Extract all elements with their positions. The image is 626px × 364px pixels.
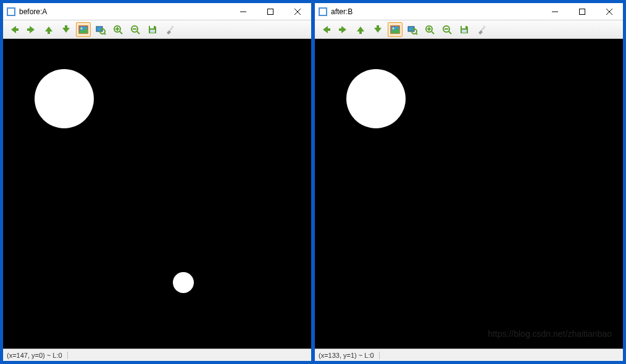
window-b: after:B https://blog.csdn.net/zhaitianba… xyxy=(314,2,624,362)
toolbar-a xyxy=(3,20,311,39)
svg-line-32 xyxy=(432,31,434,34)
arrow-right-icon[interactable] xyxy=(24,22,39,37)
svg-line-28 xyxy=(416,33,417,35)
status-coords: (x=147, y=0) ~ L:0 xyxy=(7,352,68,359)
svg-rect-2 xyxy=(268,9,273,14)
window-title: after:B xyxy=(331,7,541,16)
blob-large xyxy=(35,69,94,128)
arrow-up-icon[interactable] xyxy=(41,22,56,37)
svg-rect-21 xyxy=(580,9,585,14)
flashlight-icon[interactable] xyxy=(162,22,177,37)
zoom-in-icon[interactable] xyxy=(111,22,125,37)
arrow-up-icon[interactable] xyxy=(353,22,368,37)
svg-rect-37 xyxy=(462,30,467,33)
window-a: before:A (x=147, y=0) ~ L:0 xyxy=(2,2,312,362)
statusbar-a: (x=147, y=0) ~ L:0 xyxy=(3,349,311,361)
status-coords: (x=133, y=1) ~ L:0 xyxy=(319,352,380,359)
zoom-fit-icon[interactable] xyxy=(405,22,420,37)
arrow-right-icon[interactable] xyxy=(336,22,351,37)
blob-large xyxy=(346,69,406,128)
maximize-button[interactable] xyxy=(569,3,596,20)
arrow-left-icon[interactable] xyxy=(319,22,333,37)
image-icon[interactable] xyxy=(388,22,403,37)
titlebar-a[interactable]: before:A xyxy=(3,3,311,20)
zoom-fit-icon[interactable] xyxy=(93,22,108,37)
blob-small xyxy=(173,272,194,293)
close-button[interactable] xyxy=(284,3,311,20)
image-icon[interactable] xyxy=(76,22,91,37)
zoom-in-icon[interactable] xyxy=(422,22,437,37)
svg-point-6 xyxy=(81,27,83,29)
window-title: before:A xyxy=(19,7,230,16)
svg-rect-17 xyxy=(150,26,154,28)
svg-line-13 xyxy=(120,31,122,34)
app-icon xyxy=(319,7,327,16)
statusbar-b: (x=133, y=1) ~ L:0 xyxy=(315,349,623,361)
watermark: https://blog.csdn.net/zhaitianbao xyxy=(488,329,612,339)
app-icon xyxy=(7,7,15,16)
maximize-button[interactable] xyxy=(257,3,284,20)
zoom-out-icon[interactable] xyxy=(128,22,143,37)
minimize-button[interactable] xyxy=(541,3,569,20)
flashlight-icon[interactable] xyxy=(474,22,489,37)
svg-rect-18 xyxy=(150,30,155,33)
zoom-out-icon[interactable] xyxy=(440,22,454,37)
svg-line-35 xyxy=(449,31,451,34)
arrow-left-icon[interactable] xyxy=(7,22,22,37)
minimize-button[interactable] xyxy=(230,3,257,20)
window-controls xyxy=(230,3,311,20)
save-icon[interactable] xyxy=(145,22,160,37)
svg-line-9 xyxy=(104,33,106,35)
svg-rect-0 xyxy=(7,8,15,15)
toolbar-b xyxy=(315,20,623,39)
titlebar-b[interactable]: after:B xyxy=(315,3,623,20)
window-controls xyxy=(541,3,623,20)
arrow-down-icon[interactable] xyxy=(59,22,73,37)
svg-line-16 xyxy=(137,31,140,34)
svg-rect-36 xyxy=(462,26,465,28)
canvas-b[interactable]: https://blog.csdn.net/zhaitianbao xyxy=(315,39,623,349)
close-button[interactable] xyxy=(596,3,623,20)
save-icon[interactable] xyxy=(457,22,472,37)
svg-rect-19 xyxy=(319,8,327,15)
arrow-down-icon[interactable] xyxy=(370,22,385,37)
canvas-a[interactable] xyxy=(3,39,311,349)
svg-point-25 xyxy=(393,27,394,29)
